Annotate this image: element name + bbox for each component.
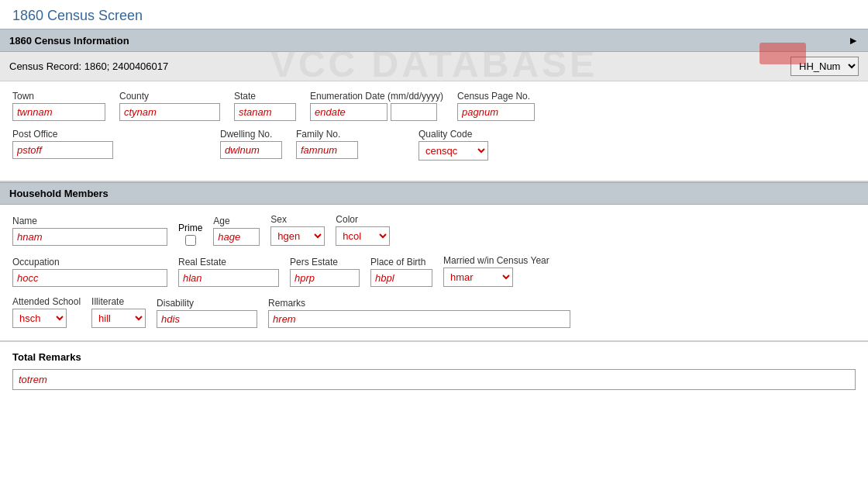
hh-row-1: Name Prime Age Sex hgen [12, 214, 856, 246]
disability-group: Disability [157, 298, 257, 328]
census-record-bar: Census Record: 1860; 2400406017 HH_Num [0, 52, 868, 81]
prime-group: Prime [178, 223, 202, 246]
total-remarks-section: Total Remarks [0, 342, 868, 402]
enum-date-input[interactable] [310, 103, 388, 121]
enum-date2-input[interactable] [391, 103, 437, 121]
family-input[interactable] [296, 141, 358, 159]
married-select[interactable]: hmar [443, 268, 513, 287]
dwelling-input[interactable] [220, 141, 282, 159]
prime-checkbox[interactable] [185, 235, 196, 246]
state-label: State [234, 91, 296, 102]
name-label: Name [12, 216, 167, 226]
attended-school-group: Attended School hsch [12, 296, 81, 328]
family-group: Family No. [296, 129, 358, 159]
disability-label: Disability [157, 298, 257, 309]
census-info-section: Town County State Enumeration Date (mm/d… [0, 81, 868, 182]
real-estate-input[interactable] [178, 269, 279, 287]
census-page-group: Census Page No. [457, 91, 535, 121]
family-label: Family No. [296, 129, 358, 140]
age-input[interactable] [213, 228, 260, 246]
married-label: Married w/in Census Year [443, 255, 549, 266]
color-label: Color [336, 214, 390, 225]
page-title: 1860 Census Screen [0, 0, 868, 29]
county-input[interactable] [119, 103, 220, 121]
quality-label: Quality Code [418, 129, 488, 140]
prime-label: Prime [178, 223, 202, 233]
census-page-input[interactable] [457, 103, 535, 121]
pers-estate-input[interactable] [290, 269, 360, 287]
pers-estate-group: Pers Estate [290, 257, 360, 287]
place-birth-input[interactable] [370, 269, 432, 287]
sex-select[interactable]: hgen [270, 226, 325, 246]
census-row-1: Town County State Enumeration Date (mm/d… [12, 91, 856, 121]
attended-school-label: Attended School [12, 296, 81, 307]
town-label: Town [12, 91, 105, 102]
household-grid: Name Prime Age Sex hgen [12, 214, 856, 328]
post-office-label: Post Office [12, 129, 113, 140]
sex-label: Sex [270, 214, 325, 225]
main-section-title: 1860 Census Information [9, 35, 129, 47]
remarks-label: Remarks [268, 298, 570, 309]
occupation-label: Occupation [12, 257, 167, 268]
quality-select[interactable]: censqc [418, 141, 488, 161]
real-estate-label: Real Estate [178, 257, 279, 268]
occupation-group: Occupation [12, 257, 167, 287]
illiterate-select[interactable]: hill [91, 309, 146, 328]
illiterate-group: Illiterate hill [91, 296, 146, 328]
color-group: Color hcol [336, 214, 390, 246]
place-birth-label: Place of Birth [370, 257, 432, 268]
sex-group: Sex hgen [270, 214, 325, 246]
census-record-label: Census Record: 1860; 2400406017 [9, 60, 168, 72]
post-office-group: Post Office [12, 129, 113, 159]
age-group: Age [213, 216, 260, 246]
hh-row-3: Attended School hsch Illiterate hill Dis… [12, 296, 856, 328]
hh-num-wrapper: HH_Num [790, 57, 859, 76]
hh-row-2: Occupation Real Estate Pers Estate Place… [12, 255, 856, 287]
enum-date-label: Enumeration Date (mm/dd/yyyy) [310, 91, 443, 102]
household-section-title: Household Members [9, 188, 108, 199]
town-input[interactable] [12, 103, 105, 121]
name-group: Name [12, 216, 167, 246]
collapse-arrow[interactable]: ► [848, 34, 859, 47]
hh-num-select[interactable]: HH_Num [790, 57, 859, 76]
name-input[interactable] [12, 228, 167, 246]
remarks-input[interactable] [268, 310, 570, 328]
state-input[interactable] [234, 103, 296, 121]
color-select[interactable]: hcol [336, 226, 390, 246]
total-remarks-label: Total Remarks [12, 351, 856, 363]
county-group: County [119, 91, 220, 121]
occupation-input[interactable] [12, 269, 167, 287]
age-label: Age [213, 216, 260, 226]
married-group: Married w/in Census Year hmar [443, 255, 549, 287]
town-group: Town [12, 91, 105, 121]
remarks-group: Remarks [268, 298, 570, 328]
post-office-input[interactable] [12, 141, 113, 159]
census-page-label: Census Page No. [457, 91, 535, 102]
enum-date-group: Enumeration Date (mm/dd/yyyy) [310, 91, 443, 121]
attended-school-select[interactable]: hsch [12, 309, 67, 328]
household-section: Name Prime Age Sex hgen [0, 205, 868, 342]
pers-estate-label: Pers Estate [290, 257, 360, 268]
disability-input[interactable] [157, 310, 257, 328]
illiterate-label: Illiterate [91, 296, 146, 307]
total-remarks-input[interactable] [12, 369, 856, 390]
dwelling-label: Dwelling No. [220, 129, 282, 140]
real-estate-group: Real Estate [178, 257, 279, 287]
main-section-header: 1860 Census Information ► [0, 29, 868, 52]
census-row-2: Post Office Dwelling No. Family No. Qual… [12, 129, 856, 161]
quality-group: Quality Code censqc [418, 129, 488, 161]
county-label: County [119, 91, 220, 102]
place-birth-group: Place of Birth [370, 257, 432, 287]
state-group: State [234, 91, 296, 121]
household-section-header: Household Members [0, 182, 868, 205]
dwelling-group: Dwelling No. [220, 129, 282, 159]
